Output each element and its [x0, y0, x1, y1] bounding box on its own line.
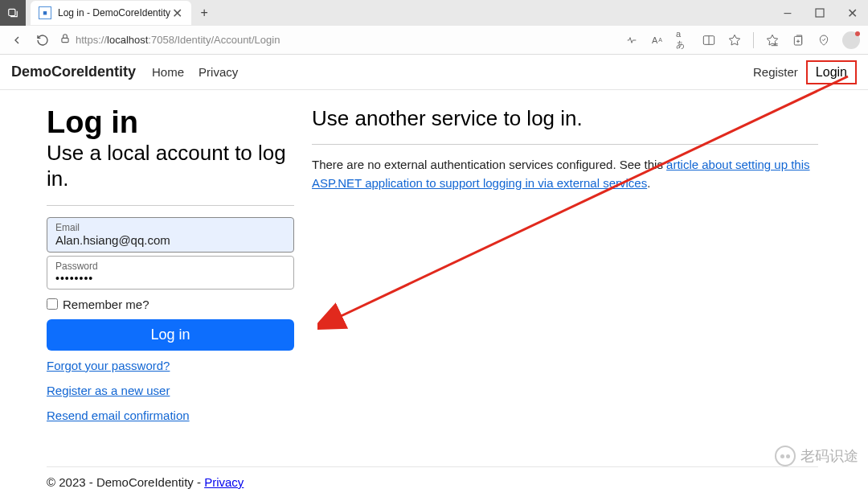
external-text: There are no external authentication ser…: [312, 156, 826, 192]
local-heading: Use a local account to log in.: [47, 140, 308, 192]
remember-me[interactable]: Remember me?: [47, 298, 308, 311]
external-text-post: .: [647, 176, 650, 190]
login-button[interactable]: Log in: [47, 319, 294, 351]
nav-home[interactable]: Home: [152, 65, 184, 79]
back-icon[interactable]: [8, 31, 26, 49]
refresh-icon[interactable]: [34, 31, 51, 49]
browser-tab[interactable]: ■ Log in - DemoCoreIdentity ✕: [31, 1, 191, 25]
favorite-icon[interactable]: [727, 33, 742, 47]
divider: [312, 144, 818, 145]
nav-privacy[interactable]: Privacy: [199, 65, 238, 79]
page-title: Log in: [47, 106, 308, 140]
window-minimize-icon[interactable]: –: [772, 0, 804, 26]
url-protocol: https://: [76, 34, 107, 46]
register-new-link[interactable]: Register as a new user: [47, 384, 308, 397]
window-maximize-icon[interactable]: [804, 0, 836, 26]
profile-avatar-icon[interactable]: [842, 31, 860, 49]
browser-toolbar-icons: AA aあ: [624, 31, 860, 49]
watermark-text: 老码识途: [800, 446, 858, 466]
url-host: localhost: [107, 34, 148, 46]
browser-tab-strip: ■ Log in - DemoCoreIdentity ✕ + – ✕: [0, 0, 868, 26]
app-navbar: DemoCoreIdentity Home Privacy Register L…: [0, 55, 868, 90]
nav-register[interactable]: Register: [753, 65, 798, 79]
tab-actions-icon[interactable]: [0, 0, 26, 26]
password-field[interactable]: Password ••••••••: [47, 256, 294, 290]
remember-label: Remember me?: [63, 298, 149, 311]
tracking-icon[interactable]: [624, 33, 639, 47]
lock-icon: [59, 33, 71, 47]
browser-address-bar: https://localhost:7058/Identity/Account/…: [0, 26, 868, 55]
external-heading: Use another service to log in.: [312, 106, 826, 131]
tab-close-icon[interactable]: ✕: [170, 6, 183, 19]
footer: © 2023 - DemoCoreIdentity - Privacy: [47, 466, 818, 489]
svg-rect-0: [9, 9, 15, 15]
watermark: 老码识途: [775, 446, 858, 466]
watermark-icon: [775, 446, 796, 466]
forgot-password-link[interactable]: Forgot your password?: [47, 359, 308, 372]
email-field[interactable]: Email: [47, 217, 294, 253]
favorites-list-icon[interactable]: [765, 33, 780, 47]
translate-icon[interactable]: aあ: [676, 33, 690, 47]
separator: [753, 32, 754, 48]
email-input[interactable]: [55, 233, 285, 247]
tab-title: Log in - DemoCoreIdentity: [58, 7, 170, 18]
footer-privacy-link[interactable]: Privacy: [204, 475, 244, 489]
external-login-section: Use another service to log in. There are…: [312, 106, 826, 433]
nav-login-label: Login: [816, 65, 847, 79]
split-screen-icon[interactable]: [702, 33, 716, 47]
external-text-pre: There are no external authentication ser…: [312, 158, 666, 171]
resend-confirmation-link[interactable]: Resend email confirmation: [47, 409, 308, 422]
favicon-icon: ■: [39, 6, 51, 19]
svg-rect-2: [62, 38, 68, 42]
local-login-section: Log in Use a local account to log in. Em…: [47, 106, 308, 433]
divider: [47, 205, 294, 206]
url-path: :7058/Identity/Account/Login: [148, 34, 280, 46]
brand[interactable]: DemoCoreIdentity: [11, 64, 136, 80]
password-label: Password: [55, 261, 285, 272]
collections-icon[interactable]: [791, 33, 805, 47]
email-label: Email: [55, 222, 285, 233]
password-input[interactable]: ••••••••: [55, 272, 285, 285]
url-field[interactable]: https://localhost:7058/Identity/Account/…: [59, 33, 616, 47]
svg-rect-1: [816, 9, 824, 17]
nav-login[interactable]: Login: [806, 60, 857, 84]
performance-icon[interactable]: [817, 33, 831, 47]
footer-text: © 2023 - DemoCoreIdentity -: [47, 475, 204, 489]
remember-checkbox[interactable]: [47, 298, 58, 310]
text-size-icon[interactable]: AA: [650, 33, 665, 47]
new-tab-button[interactable]: +: [191, 6, 217, 20]
window-close-icon[interactable]: ✕: [836, 0, 868, 26]
